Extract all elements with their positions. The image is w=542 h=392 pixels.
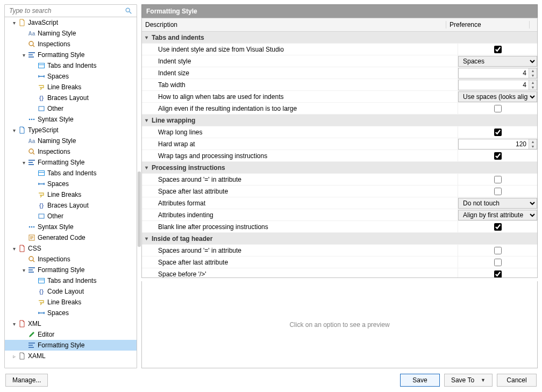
option-row[interactable]: Space after last attribute — [142, 186, 537, 197]
expander-icon[interactable]: ▾ — [10, 321, 18, 327]
tree-node[interactable]: {}Braces Layout — [5, 92, 137, 103]
tree-node[interactable]: Other — [5, 103, 137, 114]
tree-node[interactable]: Spaces — [5, 71, 137, 82]
tree-node[interactable]: ▾TypeScript — [5, 125, 137, 136]
spin-up-icon[interactable]: ▲ — [529, 139, 537, 144]
pref-checkbox[interactable] — [494, 129, 502, 136]
pref-checkbox[interactable] — [494, 247, 502, 254]
tree-node[interactable]: Line Breaks — [5, 297, 137, 308]
tree-node[interactable]: AaNaming Style — [5, 28, 137, 39]
col-description[interactable]: Description — [142, 21, 446, 28]
pref-checkbox[interactable] — [494, 259, 502, 266]
option-row[interactable]: Spaces around '=' in attribute — [142, 174, 537, 186]
svg-rect-29 — [28, 343, 35, 344]
tree-node[interactable]: ▹XAML — [5, 351, 137, 361]
col-preference[interactable]: Preference — [446, 21, 530, 28]
table-body[interactable]: ▾Tabs and indentsUse indent style and si… — [142, 32, 537, 277]
settings-tree[interactable]: ▾JavaScriptAaNaming StyleInspections▾For… — [5, 17, 137, 368]
pref-number[interactable]: 4▲▼ — [458, 68, 537, 79]
option-row[interactable]: Hard wrap at120▲▼ — [142, 138, 537, 150]
svg-rect-31 — [28, 347, 34, 348]
expander-icon[interactable]: ▾ — [10, 246, 18, 252]
tree-node[interactable]: Other — [5, 211, 137, 222]
option-row[interactable]: Tab width4▲▼ — [142, 79, 537, 91]
option-row[interactable]: Wrap long lines — [142, 126, 537, 138]
tree-node[interactable]: {}Code Layout — [5, 286, 137, 297]
spin-down-icon[interactable]: ▼ — [529, 73, 537, 78]
save-to-label: Save To — [451, 376, 474, 384]
tree-node[interactable]: Editor — [5, 329, 137, 340]
pref-checkbox[interactable] — [494, 176, 502, 183]
pref-checkbox[interactable] — [494, 188, 502, 195]
option-row[interactable]: Align even if the resulting indentation … — [142, 103, 537, 115]
tree-node[interactable]: AaNaming Style — [5, 136, 137, 146]
option-row[interactable]: Wrap tags and processing instructions — [142, 150, 537, 162]
pref-select[interactable]: Do not touch — [458, 198, 537, 209]
option-row[interactable]: Use indent style and size from Visual St… — [142, 44, 537, 55]
option-row[interactable]: Space before '/>' — [142, 268, 537, 277]
option-row[interactable]: Attributes formatDo not touch — [142, 197, 537, 209]
pref-select[interactable]: Use spaces (looks aligned — [458, 91, 537, 102]
tree-node[interactable]: ▾CSS — [5, 243, 137, 254]
expander-icon[interactable]: ▾ — [20, 267, 27, 273]
tree-node[interactable]: Line Breaks — [5, 82, 137, 92]
tree-node[interactable]: Inspections — [5, 146, 137, 157]
option-row[interactable]: Indent size4▲▼ — [142, 67, 537, 79]
option-value — [458, 126, 537, 138]
tree-node[interactable]: ▾Formatting Style — [5, 157, 137, 168]
section-header[interactable]: ▾Line wrapping — [142, 115, 537, 126]
tree-node[interactable]: Tabs and Indents — [5, 168, 137, 179]
splitter[interactable] — [137, 4, 141, 368]
expander-icon[interactable]: ▹ — [10, 353, 18, 359]
expander-icon[interactable]: ▾ — [20, 160, 27, 166]
pref-select[interactable]: Spaces — [458, 56, 537, 67]
tree-node[interactable]: Spaces — [5, 179, 137, 189]
manage-button[interactable]: Manage... — [5, 374, 48, 387]
tree-node[interactable]: Tabs and Indents — [5, 60, 137, 71]
section-header[interactable]: ▾Tabs and indents — [142, 32, 537, 44]
tree-node[interactable]: Syntax Style — [5, 114, 137, 125]
search-input[interactable] — [8, 6, 124, 15]
tree-node[interactable]: Formatting Style — [5, 340, 137, 351]
tree-node[interactable]: Syntax Style — [5, 222, 137, 232]
section-header[interactable]: ▾Processing instructions — [142, 162, 537, 174]
pref-checkbox[interactable] — [494, 46, 502, 53]
tree-node[interactable]: ▾Formatting Style — [5, 49, 137, 60]
tabs-icon — [37, 169, 46, 177]
pref-number[interactable]: 4▲▼ — [458, 80, 537, 90]
spin-up-icon[interactable]: ▲ — [529, 80, 537, 85]
tree-node[interactable]: ▾XML — [5, 318, 137, 329]
option-row[interactable]: Space after last attribute — [142, 256, 537, 268]
option-row[interactable]: Attributes indentingAlign by first attri… — [142, 209, 537, 221]
save-to-button[interactable]: Save To ▼ — [444, 374, 493, 387]
spin-down-icon[interactable]: ▼ — [529, 144, 537, 149]
expander-icon[interactable]: ▾ — [20, 52, 27, 58]
pref-checkbox[interactable] — [494, 152, 502, 160]
cancel-button[interactable]: Cancel — [497, 374, 537, 387]
tree-node[interactable]: Spaces — [5, 308, 137, 318]
option-row[interactable]: How to align when tabs are used for inde… — [142, 91, 537, 103]
tree-node-label: Formatting Style — [38, 265, 84, 275]
section-header[interactable]: ▾Inside of tag header — [142, 233, 537, 245]
option-row[interactable]: Indent styleSpaces — [142, 55, 537, 67]
pref-checkbox[interactable] — [494, 223, 502, 231]
option-row[interactable]: Spaces around '=' in attribute — [142, 245, 537, 256]
expander-icon[interactable]: ▾ — [10, 127, 18, 133]
tree-node[interactable]: ▾Formatting Style — [5, 265, 137, 275]
option-row[interactable]: Blank line after processing instructions — [142, 221, 537, 233]
tree-node[interactable]: Inspections — [5, 39, 137, 49]
spin-up-icon[interactable]: ▲ — [529, 68, 537, 73]
expander-icon[interactable]: ▾ — [10, 20, 18, 26]
tree-node[interactable]: Inspections — [5, 254, 137, 265]
spin-down-icon[interactable]: ▼ — [529, 85, 537, 90]
tree-node[interactable]: Tabs and Indents — [5, 275, 137, 286]
pref-number[interactable]: 120▲▼ — [458, 139, 537, 149]
pref-checkbox[interactable] — [494, 270, 502, 278]
save-button[interactable]: Save — [400, 374, 440, 387]
tree-node[interactable]: {}Braces Layout — [5, 200, 137, 211]
pref-select[interactable]: Align by first attribute — [458, 210, 537, 220]
tree-node[interactable]: Generated Code — [5, 232, 137, 243]
pref-checkbox[interactable] — [494, 105, 502, 112]
tree-node[interactable]: Line Breaks — [5, 189, 137, 200]
tree-node[interactable]: ▾JavaScript — [5, 17, 137, 28]
